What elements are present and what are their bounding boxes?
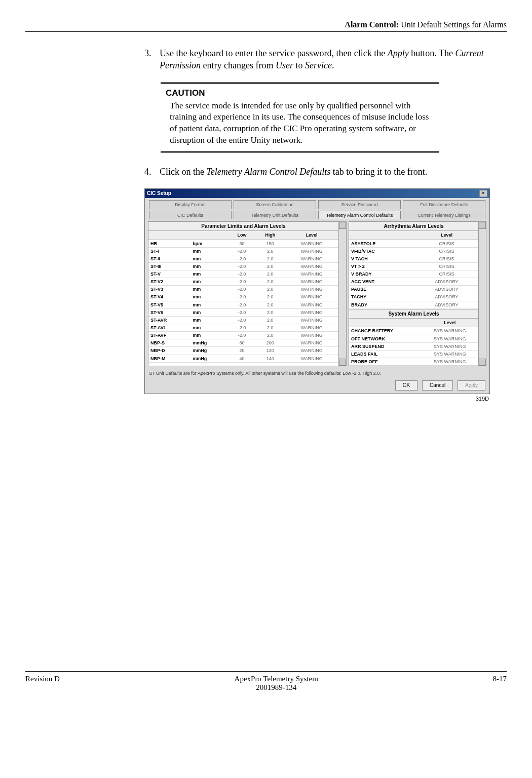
table-row: HRbpm50150WARNING [148, 240, 338, 247]
tab[interactable]: Display Format [149, 200, 232, 209]
right-panels: Arrhythmia Alarm Levels LevelASYSTOLECRI… [349, 221, 486, 366]
table-row: ST-V4mm-2.02.0WARNING [148, 293, 338, 301]
table-row: ST-AVFmm-2.02.0WARNING [148, 332, 338, 339]
close-icon[interactable]: × [479, 190, 487, 197]
caution-block: CAUTION The service mode is intended for… [161, 82, 439, 153]
panel-title: System Alarm Levels [349, 309, 478, 319]
table-row: PROBE OFFSYS WARNING [349, 358, 478, 365]
step-4: 4. Click on the Telemetry Alarm Control … [144, 166, 507, 178]
panel-title: Parameter Limits and Alarm Levels [148, 222, 338, 231]
table-row: CHANGE BATTERYSYS WARNING [349, 327, 478, 335]
dialog-titlebar: CIC Setup × [145, 189, 489, 198]
table-row: ST-Imm-2.02.0WARNING [148, 247, 338, 255]
page-header: Alarm Control: Unit Default Settings for… [25, 20, 507, 32]
dialog-title: CIC Setup [147, 190, 171, 197]
table-row: ST-AVLmm-2.02.0WARNING [148, 324, 338, 332]
step-number: 4. [144, 166, 160, 178]
apply-button[interactable]: Apply [458, 380, 485, 391]
tab[interactable]: Telemetry Unit Defaults [234, 211, 316, 219]
page-footer: Revision D ApexPro Telemetry System 2001… [25, 671, 507, 692]
step-number: 3. [144, 47, 160, 72]
table-row: ARR SUSPENDSYS WARNING [349, 342, 478, 350]
tab[interactable]: CIC Defaults [149, 211, 232, 219]
table-row: ST-IImm-2.02.0WARNING [148, 255, 338, 262]
caution-title: CAUTION [166, 88, 434, 99]
content: 3. Use the keyboard to enter the service… [144, 47, 507, 403]
footer-center: ApexPro Telemetry System 2001989-134 [235, 675, 318, 692]
tab[interactable]: Service Password [318, 200, 401, 209]
scrollbar[interactable] [478, 222, 486, 366]
table-row: ST-V3mm-2.02.0WARNING [148, 286, 338, 293]
footer-right: 8-17 [493, 675, 507, 692]
table-row: ASYSTOLECRISIS [349, 240, 478, 247]
table-row: TACHYADVISORY [349, 293, 478, 301]
table-row: V TACHCRISIS [349, 255, 478, 262]
table-row: ST-V2mm-2.02.0WARNING [148, 278, 338, 286]
table-row: PAUSEADVISORY [349, 286, 478, 293]
header-section: Alarm Control: [345, 20, 399, 29]
tab[interactable]: Screen Calibration [234, 200, 316, 209]
table-row: NBP-MmmHg40140WARNING [148, 355, 338, 362]
table-row: ST-V6mm-2.02.0WARNING [148, 308, 338, 316]
header-title: Unit Default Settings for Alarms [401, 20, 507, 29]
tab[interactable]: Full Disclosure Defaults [403, 200, 485, 209]
table-row: ST-IIImm-2.02.0WARNING [148, 262, 338, 270]
table-row: ACC VENTADVISORY [349, 278, 478, 286]
table-row: ST-AVRmm-2.02.0WARNING [148, 316, 338, 324]
ok-button[interactable]: OK [395, 380, 417, 391]
tab[interactable]: Telemetry Alarm Control Defaults [318, 211, 401, 219]
tabs-row-2: CIC DefaultsTelemetry Unit DefaultsTelem… [145, 209, 489, 219]
scrollbar[interactable] [338, 222, 346, 366]
parameter-limits-panel: Parameter Limits and Alarm Levels LowHig… [148, 221, 347, 366]
table-row: V BRADYCRISIS [349, 270, 478, 278]
cancel-button[interactable]: Cancel [422, 380, 453, 391]
table-row: VFIB/VTACCRISIS [349, 247, 478, 255]
table-row: LEADS FAILSYS WARNING [349, 350, 478, 358]
table-row: OFF NETWORKSYS WARNING [349, 335, 478, 342]
tabs-row-1: Display FormatScreen CalibrationService … [145, 198, 489, 209]
arrhythmia-table: LevelASYSTOLECRISISVFIB/VTACCRISISV TACH… [349, 231, 478, 308]
table-row: NBP-DmmHg20120WARNING [148, 347, 338, 355]
table-row: VT > 2CRISIS [349, 262, 478, 270]
dialog-body: Parameter Limits and Alarm Levels LowHig… [145, 219, 489, 368]
table-row: NBP-SmmHg80200WARNING [148, 339, 338, 347]
caution-body: The service mode is intended for use onl… [166, 100, 434, 147]
footer-left: Revision D [25, 675, 60, 692]
system-alarm-table: LevelCHANGE BATTERYSYS WARNINGOFF NETWOR… [349, 319, 478, 366]
cic-setup-dialog: CIC Setup × Display FormatScreen Calibra… [144, 188, 490, 394]
tab[interactable]: Current Telemetry Listings [403, 211, 485, 219]
table-row: BRADYADVISORY [349, 301, 478, 308]
button-bar: OK Cancel Apply [145, 378, 489, 394]
step-text: Click on the Telemetry Alarm Control Def… [160, 166, 507, 178]
table-row: ST-Vmm-2.02.0WARNING [148, 270, 338, 278]
image-id: 319D [144, 395, 489, 403]
step-3: 3. Use the keyboard to enter the service… [144, 47, 507, 72]
table-row: ST-V5mm-2.02.0WARNING [148, 301, 338, 308]
parameter-limits-table: LowHighLevelHRbpm50150WARNINGST-Imm-2.02… [148, 231, 338, 362]
step-text: Use the keyboard to enter the service pa… [160, 47, 507, 72]
footer-note: ST Unit Defaults are for ApexPro Systems… [145, 368, 489, 378]
panel-title: Arrhythmia Alarm Levels [349, 222, 478, 231]
